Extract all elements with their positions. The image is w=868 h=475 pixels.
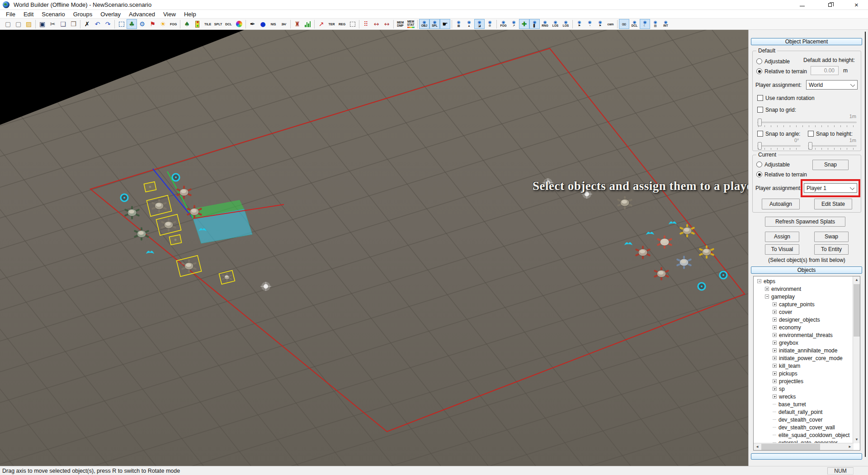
expand-icon[interactable] xyxy=(773,364,777,368)
default-relative-radio[interactable] xyxy=(756,68,762,74)
add-height-input[interactable]: 0.00 xyxy=(811,66,839,75)
toggle-paint-icon[interactable]: ◉▧ xyxy=(650,19,660,29)
collapse-icon[interactable] xyxy=(765,294,769,299)
decal-mode-icon[interactable]: DCL xyxy=(223,19,234,29)
expand-icon[interactable] xyxy=(773,318,777,322)
mem-dump-icon[interactable]: MEMDMP xyxy=(395,19,406,29)
snap-grid-checkbox[interactable] xyxy=(757,107,763,113)
toggle-decals-icon[interactable]: ◉DCL xyxy=(629,19,640,29)
objects-header[interactable]: Objects xyxy=(751,266,862,274)
marker-bird[interactable] xyxy=(146,251,154,254)
water-brush-icon[interactable]: ● xyxy=(258,19,268,29)
toggle-checker-icon[interactable]: ◉▦ xyxy=(453,19,464,29)
expand-icon[interactable] xyxy=(773,379,777,383)
fog-mode-icon[interactable]: FOG xyxy=(168,19,179,29)
swap-right-icon[interactable]: ↔ xyxy=(382,19,392,29)
toggle-bar-icon[interactable]: ◉▋ xyxy=(529,19,540,29)
tree-item-wrecks[interactable]: wrecks xyxy=(754,393,852,400)
tree-item-economy[interactable]: economy xyxy=(754,323,852,331)
unit-crab-gray[interactable] xyxy=(146,195,171,217)
add-entity-icon[interactable]: ✚ xyxy=(519,19,529,29)
tree-item-environment[interactable]: environment xyxy=(754,285,852,293)
menu-groups[interactable]: Groups xyxy=(69,10,97,18)
default-adjustable-radio[interactable] xyxy=(756,58,762,64)
to-visual-button[interactable]: To Visual xyxy=(765,244,799,255)
save-icon[interactable]: ▣ xyxy=(37,19,47,29)
tree-item-greybox[interactable]: greybox xyxy=(754,339,852,347)
tree-item-ebps[interactable]: ebps xyxy=(754,277,852,285)
unit-crab-red[interactable] xyxy=(655,268,668,280)
menu-overlay[interactable]: Overlay xyxy=(96,10,125,18)
close-button[interactable]: × xyxy=(846,0,867,10)
tree-item-capture_points[interactable]: capture_points xyxy=(754,300,852,308)
toggle-intel-icon[interactable]: ◉INT xyxy=(660,19,671,29)
unit-crab-gray[interactable] xyxy=(618,197,631,209)
menu-edit[interactable]: Edit xyxy=(19,10,38,18)
toggle-splats-icon[interactable]: ◉SPL xyxy=(429,19,440,29)
viewport-canvas[interactable] xyxy=(0,30,748,466)
horizontal-scroll-thumb[interactable] xyxy=(761,444,820,450)
hand-select-icon[interactable]: ☛ xyxy=(440,19,450,29)
undo-icon[interactable]: ↶ xyxy=(92,19,103,29)
toggle-range-icon[interactable]: ◉RNG xyxy=(540,19,550,29)
current-relative-radio[interactable] xyxy=(756,171,762,177)
new-mission-icon[interactable]: ▢ xyxy=(13,19,24,29)
swap-left-icon[interactable]: ↔ xyxy=(371,19,382,29)
marker-flag-icon[interactable]: ⚑ xyxy=(147,19,158,29)
toggle-flag-b-icon[interactable]: ◉⚑ xyxy=(595,19,605,29)
toggle-disabled-icon[interactable]: ◉⚙ xyxy=(485,19,495,29)
tree-item-cover[interactable]: cover xyxy=(754,308,852,316)
toggle-objects-icon[interactable]: ◉OBJ xyxy=(419,19,429,29)
totem-brush-icon[interactable]: ♜ xyxy=(292,19,302,29)
selection-box-small[interactable] xyxy=(144,182,156,192)
scroll-left-icon[interactable]: ◄ xyxy=(754,443,761,451)
toggle-frame-blue-icon[interactable]: ◉◪ xyxy=(474,19,485,29)
measure-icon[interactable]: ⠿ xyxy=(361,19,371,29)
tree-vertical-scrollbar[interactable]: ▲ ▼ xyxy=(853,276,860,443)
select-marquee-icon[interactable] xyxy=(116,19,127,29)
tree-item-initiate_power_core_mode[interactable]: initiate_power_core_mode xyxy=(754,354,852,362)
menu-scenario[interactable]: Scenario xyxy=(38,10,69,18)
menu-view[interactable]: View xyxy=(159,10,180,18)
random-rotation-checkbox[interactable] xyxy=(757,95,763,101)
viewport[interactable]: Select objects and assign them to a play… xyxy=(0,30,748,466)
menu-advanced[interactable]: Advanced xyxy=(125,10,159,18)
tree-item-default_rally_point[interactable]: default_rally_point xyxy=(754,408,852,416)
snap-grid-slider[interactable] xyxy=(757,122,857,123)
expand-icon[interactable] xyxy=(773,371,777,375)
camera-mode-icon[interactable]: cam xyxy=(605,19,616,29)
to-entity-button[interactable]: To Entity xyxy=(814,244,849,255)
object-placement-header[interactable]: Object Placement xyxy=(751,38,862,45)
tree-item-initiate_annihilate_mode[interactable]: initiate_annihilate_mode xyxy=(754,347,852,354)
new-file-icon[interactable]: ▢ xyxy=(3,19,13,29)
tree-grove-icon[interactable]: ♠ xyxy=(182,19,192,29)
snap-angle-checkbox[interactable] xyxy=(757,131,763,137)
effect-sparkle[interactable] xyxy=(260,282,271,291)
paint-stamp-icon[interactable]: ✒ xyxy=(247,19,258,29)
expand-icon[interactable] xyxy=(773,333,777,337)
scroll-right-icon[interactable]: ► xyxy=(846,443,854,451)
unit-crab-gray[interactable] xyxy=(176,256,201,277)
selection-box-small[interactable] xyxy=(169,235,181,245)
light-bulb-icon[interactable]: ☀ xyxy=(158,19,168,29)
unit-crab-yellow[interactable] xyxy=(680,225,693,237)
tree-item-elite_squad_cooldown_object[interactable]: elite_squad_cooldown_object xyxy=(754,431,852,439)
edit-state-button[interactable]: Edit State xyxy=(814,199,852,209)
unit-crab-green[interactable] xyxy=(135,228,148,240)
marker-disc[interactable] xyxy=(698,283,705,290)
marker-disc[interactable] xyxy=(172,174,179,181)
menu-file[interactable]: File xyxy=(2,10,19,18)
expand-icon[interactable] xyxy=(773,387,777,391)
frame-select-icon[interactable] xyxy=(347,19,358,29)
stats-bars-icon[interactable] xyxy=(302,19,313,29)
tree-item-projectiles[interactable]: projectiles xyxy=(754,377,852,385)
tree-item-gameplay[interactable]: gameplay xyxy=(754,293,852,300)
unit-crab-blue[interactable] xyxy=(677,256,690,268)
expand-icon[interactable] xyxy=(773,310,777,314)
paste-icon[interactable]: ❒ xyxy=(68,19,79,29)
toggle-flag-circle-icon[interactable]: ◉◔ xyxy=(585,19,595,29)
open-file-icon[interactable]: ▨ xyxy=(24,19,34,29)
tree-horizontal-scrollbar[interactable]: ◄ ► xyxy=(754,443,854,450)
region-mode-icon[interactable]: REG xyxy=(337,19,347,29)
collapse-icon[interactable] xyxy=(757,279,761,283)
